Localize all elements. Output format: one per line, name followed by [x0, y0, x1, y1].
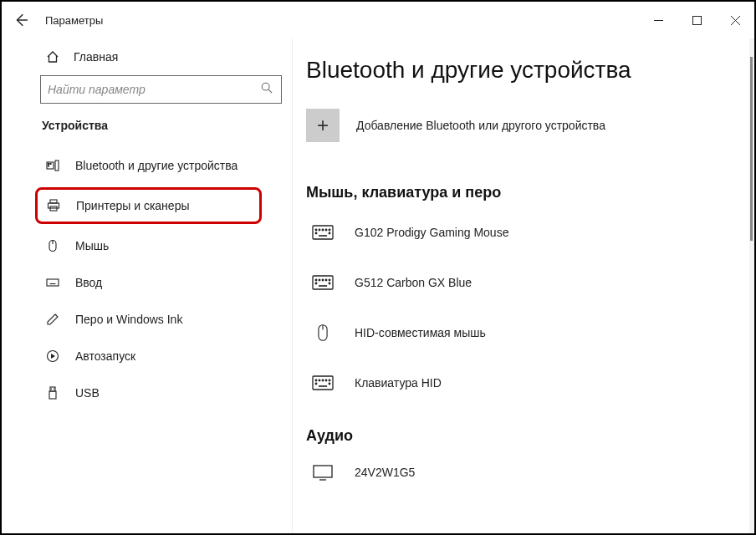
sidebar-heading: Устройства [2, 119, 292, 147]
device-item[interactable]: G512 Carbon GX Blue [306, 263, 729, 313]
titlebar: Параметры [2, 2, 754, 38]
device-name: G102 Prodigy Gaming Mouse [355, 226, 508, 239]
page-title: Bluetooth и другие устройства [306, 57, 729, 84]
content-area: Bluetooth и другие устройства + Добавлен… [293, 38, 754, 533]
svg-point-44 [329, 283, 330, 284]
svg-point-38 [315, 279, 317, 281]
sidebar-item-label: Автозапуск [75, 349, 135, 363]
svg-point-54 [315, 383, 317, 385]
add-device-row[interactable]: + Добавление Bluetooth или другого устро… [306, 109, 729, 142]
svg-rect-57 [314, 466, 332, 477]
svg-point-53 [329, 380, 330, 381]
svg-point-39 [319, 279, 320, 281]
svg-point-31 [322, 229, 324, 231]
svg-rect-9 [49, 166, 49, 166]
svg-point-32 [325, 229, 327, 231]
keyboard-icon [311, 223, 335, 242]
svg-point-40 [322, 279, 324, 281]
svg-rect-8 [50, 164, 51, 165]
sidebar-home-label: Главная [74, 50, 118, 64]
search-input[interactable] [40, 75, 282, 104]
keyboard-icon [311, 374, 335, 392]
svg-point-30 [319, 229, 320, 231]
svg-line-5 [268, 89, 272, 93]
mouse-icon [45, 238, 60, 253]
device-item[interactable]: Клавиатура HID [306, 364, 729, 414]
svg-point-41 [325, 279, 327, 281]
sidebar-item-typing[interactable]: Ввод [2, 264, 292, 301]
sidebar-item-printers[interactable]: Принтеры и сканеры [35, 187, 262, 224]
svg-point-34 [315, 232, 317, 234]
plus-icon: + [306, 109, 340, 142]
svg-rect-24 [50, 387, 55, 391]
printer-icon [46, 198, 61, 213]
sidebar-item-label: Мышь [75, 239, 109, 252]
window-title: Параметры [45, 14, 103, 27]
sidebar-item-autoplay[interactable]: Автозапуск [2, 338, 292, 374]
svg-point-43 [315, 283, 317, 284]
scrollbar-thumb[interactable] [750, 57, 753, 241]
sidebar-item-label: Bluetooth и другие устройства [75, 159, 238, 172]
sidebar-item-pen[interactable]: Перо и Windows Ink [2, 301, 292, 338]
search-field[interactable] [48, 83, 261, 96]
home-icon [45, 50, 60, 64]
device-item[interactable]: HID-совместимая мышь [306, 313, 729, 364]
device-name: HID-совместимая мышь [355, 326, 486, 339]
device-name: G512 Carbon GX Blue [355, 276, 472, 289]
svg-point-33 [329, 229, 330, 231]
device-name: 24V2W1G5 [355, 466, 415, 479]
bluetooth-devices-icon [45, 158, 60, 173]
svg-point-4 [262, 83, 269, 90]
keyboard-icon [311, 273, 335, 292]
sidebar-item-label: USB [75, 386, 100, 400]
svg-point-50 [319, 380, 320, 381]
device-item[interactable]: 24V2W1G5 [306, 453, 729, 503]
sidebar-item-label: Принтеры и сканеры [76, 199, 189, 212]
maximize-button[interactable] [677, 7, 716, 33]
sidebar-item-label: Ввод [75, 276, 102, 289]
monitor-icon [311, 463, 335, 482]
svg-point-42 [329, 279, 330, 281]
svg-rect-16 [47, 279, 59, 286]
pen-icon [45, 312, 60, 327]
sidebar-item-usb[interactable]: USB [2, 374, 292, 411]
svg-rect-10 [55, 160, 59, 171]
section-mouse-keyboard: Мышь, клавиатура и перо [306, 184, 729, 201]
usb-icon [45, 385, 60, 400]
sidebar-item-bluetooth[interactable]: Bluetooth и другие устройства [2, 147, 292, 184]
svg-point-55 [329, 383, 330, 385]
device-name: Клавиатура HID [355, 376, 442, 390]
mouse-icon [311, 324, 335, 342]
minimize-button[interactable] [639, 7, 677, 33]
svg-rect-11 [50, 200, 57, 203]
svg-point-49 [315, 380, 317, 381]
sidebar-home[interactable]: Главная [2, 45, 292, 75]
close-button[interactable] [716, 7, 754, 33]
scrollbar[interactable] [749, 38, 754, 533]
svg-rect-25 [49, 391, 56, 399]
keyboard-icon [45, 275, 60, 290]
svg-point-51 [322, 380, 324, 381]
sidebar-item-mouse[interactable]: Мышь [2, 227, 292, 264]
svg-rect-1 [692, 16, 701, 24]
svg-point-35 [329, 232, 330, 234]
back-icon[interactable] [13, 13, 28, 28]
search-icon [261, 82, 274, 97]
svg-point-29 [315, 229, 317, 231]
autoplay-icon [45, 349, 60, 364]
svg-point-52 [325, 380, 327, 381]
sidebar: Главная Устройства Bluetooth и другие ус… [2, 38, 293, 533]
device-item[interactable]: G102 Prodigy Gaming Mouse [306, 213, 729, 263]
add-device-label: Добавление Bluetooth или другого устройс… [356, 119, 605, 132]
sidebar-item-label: Перо и Windows Ink [75, 313, 182, 326]
section-audio: Аудио [306, 427, 729, 445]
svg-rect-7 [49, 164, 49, 165]
